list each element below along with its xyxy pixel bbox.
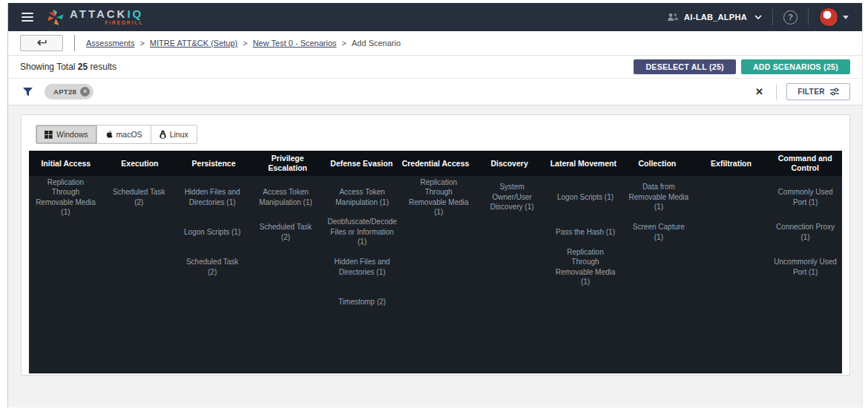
scenarios-card: WindowsmacOSLinux Initial AccessExecutio… (21, 114, 850, 376)
add-scenarios-button[interactable]: ADD SCENARIOS (25) (741, 59, 850, 74)
filter-chip-apt28[interactable]: APT28 × (45, 84, 93, 99)
matrix-technique-cell[interactable]: Scheduled Task (2) (176, 249, 249, 284)
divider (808, 9, 809, 25)
help-button[interactable]: ? (783, 10, 798, 24)
matrix-column-header: Collection (620, 159, 694, 169)
attack-matrix: Initial AccessExecutionPersistencePrivil… (29, 151, 842, 373)
matrix-technique-cell[interactable]: Logon Scripts (1) (176, 215, 249, 249)
results-count-text: Showing Total 25 results (20, 62, 116, 72)
matrix-column: Access Token Manipulation (1)Deobfuscate… (322, 180, 401, 373)
matrix-column-header: Persistence (177, 159, 251, 169)
matrix-technique-cell[interactable]: Uncommonly Used Port (1) (769, 249, 842, 284)
matrix-technique-cell[interactable]: Timestomp (2) (322, 284, 401, 319)
divider (772, 9, 773, 25)
matrix-technique-cell[interactable]: Replication Through Removable Media (1) (549, 249, 622, 284)
matrix-column: Replication Through Removable Media (1) (29, 180, 102, 373)
matrix-technique-cell[interactable]: Replication Through Removable Media (1) (402, 180, 476, 215)
filter-button-label: FILTER (798, 88, 825, 96)
matrix-column: Scheduled Task (2) (102, 180, 176, 373)
matrix-column: Logon Scripts (1)Pass the Hash (1)Replic… (549, 180, 622, 373)
attack-matrix-body: Replication Through Removable Media (1)S… (29, 176, 842, 373)
attack-matrix-header: Initial AccessExecutionPersistencePrivil… (29, 151, 842, 176)
back-button[interactable] (20, 35, 63, 51)
matrix-column (695, 180, 769, 373)
breadcrumb-separator: > (243, 39, 247, 48)
deselect-all-button[interactable]: DESELECT ALL (25) (634, 59, 735, 74)
breadcrumb-item[interactable]: New Test 0 - Scenarios (253, 39, 337, 48)
back-arrow-icon (36, 39, 47, 47)
menu-icon[interactable] (22, 13, 33, 22)
matrix-column-header: Defense Evasion (325, 159, 399, 169)
breadcrumb-item[interactable]: MITRE ATT&CK (Setup) (150, 39, 237, 48)
matrix-column-header: Initial Access (29, 159, 103, 169)
matrix-technique-cell[interactable]: Logon Scripts (1) (549, 180, 622, 215)
matrix-column-header: Credential Access (398, 159, 473, 169)
app-window: ATTACKIQ FIREDRILL AI-LAB_ALPHA ? Assess… (7, 3, 863, 408)
brand-name: ATTACKIQ (70, 8, 143, 19)
breadcrumb-item: Add Scenario (352, 39, 401, 48)
matrix-technique-cell[interactable]: Pass the Hash (1) (549, 215, 622, 249)
divider (776, 84, 777, 100)
matrix-technique-cell[interactable]: Scheduled Task (2) (249, 215, 323, 249)
matrix-technique-cell[interactable]: Replication Through Removable Media (1) (29, 180, 102, 215)
apple-icon (105, 130, 113, 139)
tab-macos[interactable]: macOS (96, 125, 151, 143)
results-bar: Showing Total 25 results DESELECT ALL (2… (8, 56, 862, 79)
filter-funnel-icon (23, 88, 33, 97)
matrix-column-header: Privilege Escalation (251, 154, 325, 172)
matrix-column-header: Command and Control (768, 154, 842, 172)
matrix-column: Replication Through Removable Media (1) (402, 180, 476, 373)
windows-icon (45, 131, 53, 139)
matrix-column: System Owner/User Discovery (1) (476, 180, 549, 373)
matrix-column: Commonly Used Port (1)Connection Proxy (… (769, 180, 842, 373)
matrix-technique-cell[interactable]: Connection Proxy (1) (769, 215, 842, 249)
chevron-down-icon[interactable] (754, 15, 762, 19)
matrix-column-header: Lateral Movement (546, 159, 620, 169)
matrix-column: Data from Removable Media (1)Screen Capt… (622, 180, 695, 373)
tab-label: Windows (56, 130, 88, 139)
breadcrumb-separator: > (342, 39, 346, 48)
brand-subtitle: FIREDRILL (70, 21, 143, 26)
breadcrumb-separator: > (139, 39, 144, 48)
avatar-caret-icon[interactable] (843, 16, 849, 19)
logo-star-icon (45, 7, 65, 27)
chip-remove-icon[interactable]: × (80, 87, 90, 97)
matrix-technique-cell[interactable]: Access Token Manipulation (1) (322, 180, 401, 215)
matrix-technique-cell[interactable]: Scheduled Task (2) (102, 180, 176, 215)
platform-tabs: WindowsmacOSLinux (36, 125, 197, 144)
matrix-column-header: Discovery (473, 159, 547, 169)
matrix-technique-cell[interactable]: Screen Capture (1) (622, 215, 695, 249)
matrix-technique-cell[interactable]: Data from Removable Media (1) (622, 180, 695, 215)
breadcrumb-item[interactable]: Assessments (86, 39, 134, 48)
matrix-technique-cell[interactable]: Hidden Files and Directories (1) (176, 180, 249, 215)
filter-bar: APT28 × ✕ FILTER (8, 79, 862, 105)
tab-windows[interactable]: Windows (36, 125, 96, 143)
clear-filters-icon[interactable]: ✕ (752, 86, 766, 97)
tenant-selector[interactable]: AI-LAB_ALPHA (684, 13, 747, 22)
matrix-column: Hidden Files and Directories (1)Logon Sc… (176, 180, 249, 373)
divider (74, 35, 75, 51)
attackiq-logo: ATTACKIQ FIREDRILL (45, 7, 143, 27)
matrix-technique-cell[interactable]: Commonly Used Port (1) (769, 180, 842, 215)
sliders-icon (830, 88, 839, 96)
top-bar: ATTACKIQ FIREDRILL AI-LAB_ALPHA ? (8, 3, 862, 31)
filter-button[interactable]: FILTER (786, 83, 850, 100)
matrix-technique-cell[interactable]: System Owner/User Discovery (1) (476, 180, 549, 215)
matrix-column: Access Token Manipulation (1)Scheduled T… (249, 180, 323, 373)
matrix-column-header: Exfiltration (694, 159, 769, 169)
breadcrumb-bar: Assessments>MITRE ATT&CK (Setup)>New Tes… (8, 31, 862, 56)
tab-label: macOS (116, 130, 142, 139)
matrix-technique-cell[interactable]: Hidden Files and Directories (1) (322, 249, 401, 284)
user-avatar[interactable] (819, 7, 838, 27)
matrix-column-header: Execution (103, 159, 177, 169)
breadcrumb: Assessments>MITRE ATT&CK (Setup)>New Tes… (86, 39, 401, 48)
matrix-technique-cell[interactable]: Deobfuscate/Decode Files or Information … (322, 215, 401, 249)
tab-linux[interactable]: Linux (151, 125, 197, 143)
filter-chip-label: APT28 (53, 88, 76, 96)
linux-icon (160, 130, 166, 139)
users-icon (667, 13, 679, 22)
matrix-technique-cell[interactable]: Access Token Manipulation (1) (249, 180, 323, 215)
tab-label: Linux (170, 130, 188, 139)
